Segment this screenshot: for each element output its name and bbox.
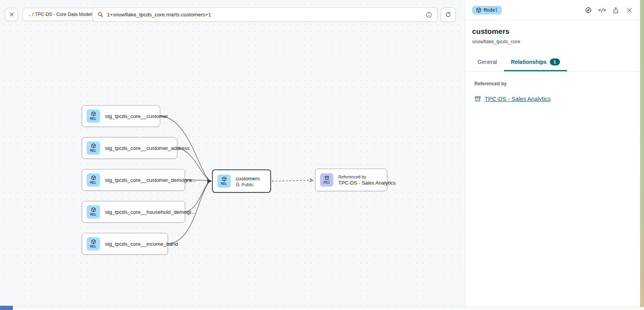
lineage-canvas[interactable]: MDL stg_tpcds_core__customer MDL stg_tpc… — [0, 0, 465, 310]
panel-tabs: General Relationships 1 — [465, 55, 640, 72]
schema-subtitle: snowflake_tpcds_core — [472, 39, 633, 44]
node-access-label: Public — [242, 182, 254, 187]
project-chip: PRJ — [320, 173, 333, 187]
lineage-edges — [0, 0, 465, 310]
breadcrumb-label: .. / TPC-DS - Core Data Models — [28, 12, 94, 17]
info-icon[interactable] — [425, 11, 432, 18]
node-stg-tpcds-core-customer-address[interactable]: MDL stg_tpcds_core__customer_address — [82, 137, 177, 159]
breadcrumb[interactable]: .. / TPC-DS - Core Data Models — [23, 8, 100, 21]
model-chip: MDL — [87, 109, 100, 123]
referenced-by-item[interactable]: TPC-DS - Sales Analytics — [474, 95, 633, 102]
explore-lineage-button[interactable] — [584, 6, 592, 14]
model-chip: MDL — [217, 174, 231, 188]
referenced-by-heading: Referenced by — [474, 81, 633, 86]
resource-type-badge: Model — [472, 6, 502, 14]
node-title: customers — [236, 176, 260, 181]
node-stg-tpcds-core-customer[interactable]: MDL stg_tpcds_core__customer — [82, 105, 160, 127]
project-link[interactable]: TPC-DS - Sales Analytics — [485, 95, 551, 102]
node-access: Public — [236, 182, 260, 187]
cube-icon — [91, 207, 96, 212]
node-label: stg_tpcds_core__household_demogr... — [105, 209, 196, 215]
tab-general-label: General — [478, 59, 497, 65]
search-icon — [97, 11, 104, 18]
cube-icon — [91, 111, 96, 116]
code-icon: </> — [598, 7, 606, 13]
tab-relationships-label: Relationships — [511, 59, 547, 65]
share-icon — [612, 7, 620, 14]
refresh-button[interactable] — [441, 7, 456, 22]
model-chip-label: MDL — [90, 213, 96, 217]
model-chip-label: MDL — [90, 117, 96, 121]
edge-referenced-by — [272, 180, 311, 181]
archive-icon — [474, 95, 481, 102]
node-project-sales-analytics[interactable]: PRJ Referenced by TPC-DS - Sales Analyti… — [315, 169, 387, 191]
node-caption: Referenced by — [338, 174, 396, 179]
cube-icon — [91, 239, 96, 244]
node-label: stg_tpcds_core__customer_demogra... — [105, 177, 196, 183]
view-code-button[interactable]: </> — [598, 6, 606, 14]
project-chip-label: PRJ — [323, 181, 330, 185]
details-panel: Model </> customers snowflake_tpcds_core — [465, 0, 640, 310]
close-panel-button[interactable] — [625, 6, 633, 14]
resource-type-label: Model — [484, 7, 498, 13]
cube-icon — [91, 175, 96, 180]
node-label: stg_tpcds_core__income_band — [105, 241, 178, 247]
model-chip: MDL — [87, 237, 100, 250]
panel-actions: </> — [584, 6, 633, 14]
node-stg-tpcds-core-household-demographics[interactable]: MDL stg_tpcds_core__household_demogr... — [82, 201, 185, 223]
tab-general[interactable]: General — [471, 55, 504, 71]
model-chip-label: MDL — [90, 245, 96, 248]
refresh-icon — [445, 11, 452, 18]
node-label: stg_tpcds_core__customer_address — [105, 145, 190, 151]
panel-header: Model </> — [465, 0, 640, 20]
node-label: TPC-DS - Sales Analytics — [338, 180, 396, 186]
model-chip-label: MDL — [90, 149, 96, 153]
app-window: MDL stg_tpcds_core__customer MDL stg_tpc… — [0, 0, 644, 310]
model-chip-label: MDL — [220, 182, 227, 186]
model-chip: MDL — [87, 141, 100, 155]
edge-household-demographics — [185, 182, 208, 212]
node-stg-tpcds-core-income-band[interactable]: MDL stg_tpcds_core__income_band — [82, 233, 168, 255]
share-button[interactable] — [612, 6, 620, 14]
cube-icon — [476, 7, 481, 13]
cube-icon — [222, 176, 227, 181]
page-title: customers — [472, 27, 633, 36]
cube-icon — [91, 143, 96, 148]
model-chip-label: MDL — [90, 181, 96, 185]
node-stg-tpcds-core-customer-demographics[interactable]: MDL stg_tpcds_core__customer_demogra... — [82, 169, 185, 191]
close-icon — [9, 12, 14, 17]
taskbar-strip — [0, 307, 644, 310]
taskbar-accent — [0, 306, 13, 310]
edge-arrowhead — [207, 179, 212, 183]
search-input[interactable] — [107, 12, 422, 18]
desktop-wallpaper-strip — [640, 0, 644, 310]
model-chip: MDL — [87, 205, 100, 218]
lineage-search-bar — [92, 7, 438, 22]
compass-icon — [584, 6, 592, 14]
model-chip: MDL — [87, 173, 100, 187]
node-label: stg_tpcds_core__customer — [105, 113, 168, 119]
close-lineage-button[interactable] — [5, 8, 18, 21]
tab-relationships[interactable]: Relationships 1 — [504, 55, 567, 71]
relationships-count-badge: 1 — [550, 58, 560, 65]
close-icon — [626, 7, 633, 14]
archive-icon — [324, 175, 329, 180]
node-customers-selected[interactable]: MDL customers Public — [212, 169, 271, 193]
lock-open-icon — [236, 182, 240, 187]
